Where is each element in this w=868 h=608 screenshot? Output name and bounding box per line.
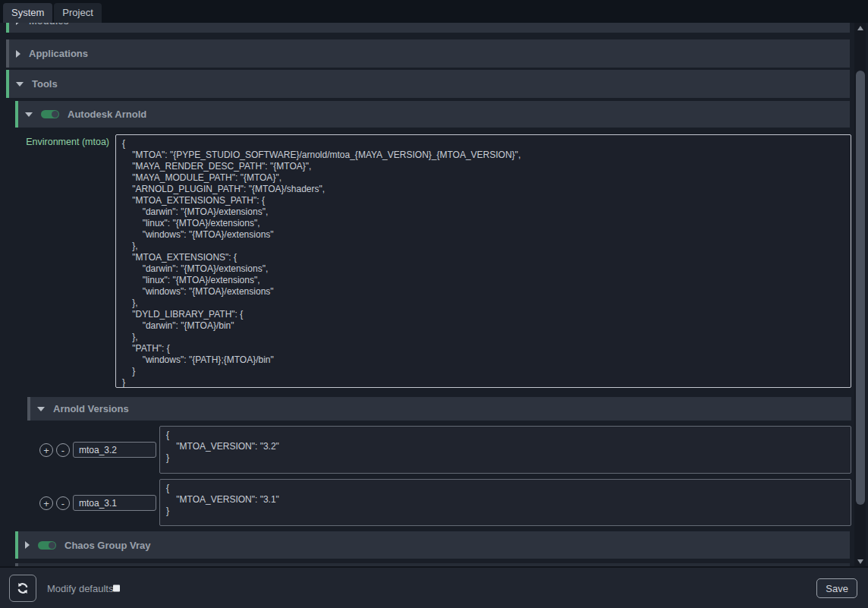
- section-header-autodesk-arnold[interactable]: Autodesk Arnold: [15, 101, 850, 128]
- settings-scroll-area: Modules Applications Tools Autodesk Arno…: [0, 23, 868, 566]
- chevron-right-icon: [16, 23, 20, 25]
- section-label: Arnold Versions: [53, 403, 129, 414]
- section-label: Modules: [29, 23, 69, 27]
- section-header-arnold-versions[interactable]: Arnold Versions: [27, 397, 851, 421]
- section-header-chaos-group-vray[interactable]: Chaos Group Vray: [15, 531, 850, 559]
- section-label: Autodesk Arnold: [68, 109, 146, 120]
- section-header-tools[interactable]: Tools: [6, 70, 850, 98]
- version-json-editor[interactable]: { "MTOA_VERSION": "3.2" }: [159, 426, 851, 474]
- chevron-right-icon: [16, 50, 20, 58]
- scrollbar-down-button[interactable]: [854, 556, 866, 566]
- version-json-text: { "MTOA_VERSION": "3.2" }: [166, 430, 844, 464]
- remove-item-button[interactable]: -: [56, 496, 70, 510]
- version-json-editor[interactable]: { "MTOA_VERSION": "3.1" }: [159, 479, 851, 526]
- scrollbar-up-button[interactable]: [854, 23, 866, 33]
- tab-system[interactable]: System: [3, 3, 52, 23]
- save-button[interactable]: Save: [816, 578, 857, 598]
- environment-mtoa-label: Environment (mtoa): [15, 137, 109, 147]
- add-item-button[interactable]: +: [39, 443, 53, 457]
- chevron-down-icon: [16, 82, 24, 87]
- modify-defaults-label: Modify defaults: [47, 582, 113, 594]
- modify-defaults-checkbox[interactable]: [113, 584, 120, 591]
- section-modules-clipped: Modules: [6, 23, 850, 33]
- section-label: Applications: [29, 48, 88, 59]
- remove-item-button[interactable]: -: [56, 443, 70, 457]
- refresh-button[interactable]: [9, 575, 36, 602]
- version-json-text: { "MTOA_VERSION": "3.1" }: [166, 483, 844, 517]
- section-label: Tools: [32, 78, 58, 90]
- environment-json-text: { "MTOA": "{PYPE_STUDIO_SOFTWARE}/arnold…: [122, 138, 844, 388]
- footer-bar: Modify defaults Save: [0, 566, 868, 608]
- tab-project[interactable]: Project: [54, 3, 101, 23]
- section-label: Chaos Group Vray: [64, 540, 150, 551]
- scroll-up-arrow-icon: [857, 26, 863, 30]
- section-header-modules[interactable]: Modules: [6, 23, 850, 33]
- environment-json-editor[interactable]: { "MTOA": "{PYPE_STUDIO_SOFTWARE}/arnold…: [115, 134, 851, 388]
- tab-bar: System Project: [0, 0, 868, 23]
- chevron-right-icon: [25, 541, 30, 549]
- version-name-input[interactable]: [73, 442, 156, 458]
- scrollbar-thumb[interactable]: [856, 71, 865, 505]
- version-name-input[interactable]: [73, 495, 156, 511]
- section-header-applications[interactable]: Applications: [6, 39, 850, 68]
- arnold-enabled-toggle[interactable]: [41, 110, 59, 118]
- chevron-down-icon: [37, 407, 45, 411]
- refresh-icon: [15, 581, 30, 596]
- add-item-button[interactable]: +: [39, 496, 53, 510]
- chevron-down-icon: [25, 112, 33, 117]
- vray-enabled-toggle[interactable]: [38, 541, 56, 550]
- vertical-scrollbar[interactable]: [854, 23, 866, 566]
- scroll-down-arrow-icon: [857, 559, 863, 564]
